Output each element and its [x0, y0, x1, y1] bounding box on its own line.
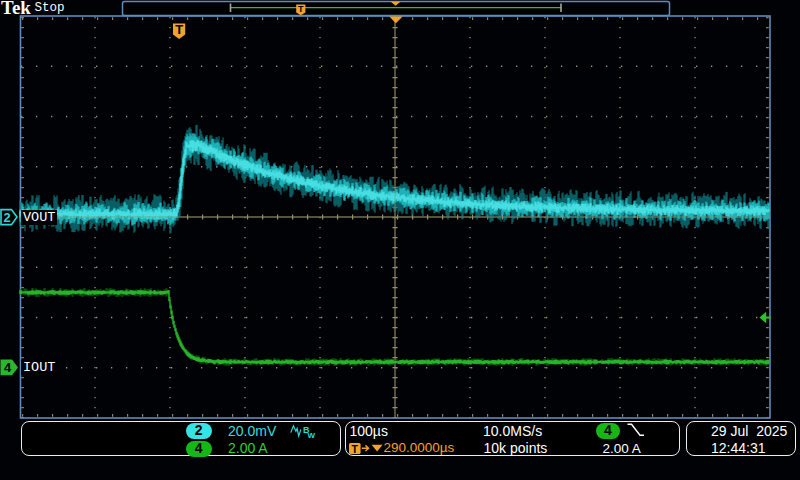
svg-text:T: T — [352, 443, 359, 455]
svg-text:W: W — [308, 431, 316, 440]
